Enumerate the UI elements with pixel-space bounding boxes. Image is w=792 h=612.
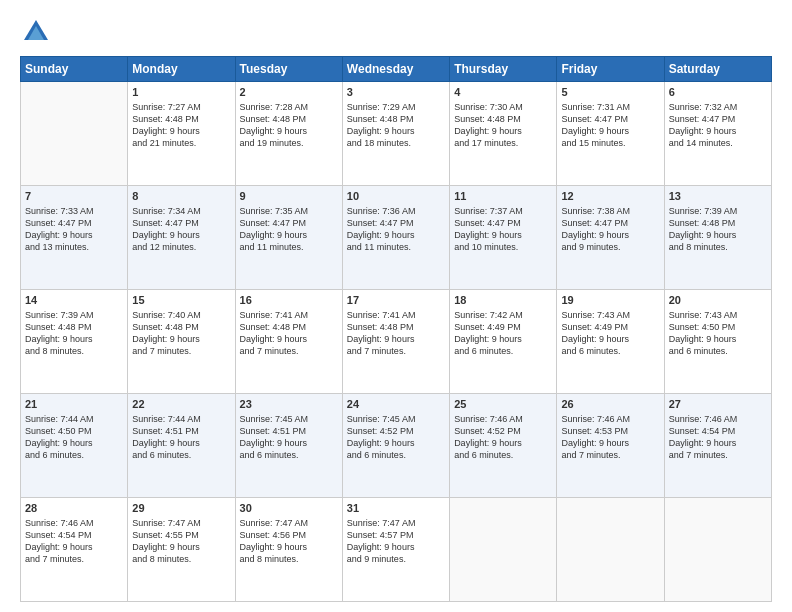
day-info: Sunrise: 7:42 AM Sunset: 4:49 PM Dayligh… [454,309,552,358]
calendar-cell: 10Sunrise: 7:36 AM Sunset: 4:47 PM Dayli… [342,186,449,290]
weekday-header: Friday [557,57,664,82]
weekday-header: Sunday [21,57,128,82]
calendar-cell [21,82,128,186]
day-number: 31 [347,501,445,516]
day-number: 16 [240,293,338,308]
day-info: Sunrise: 7:33 AM Sunset: 4:47 PM Dayligh… [25,205,123,254]
calendar-cell: 8Sunrise: 7:34 AM Sunset: 4:47 PM Daylig… [128,186,235,290]
day-info: Sunrise: 7:38 AM Sunset: 4:47 PM Dayligh… [561,205,659,254]
day-info: Sunrise: 7:36 AM Sunset: 4:47 PM Dayligh… [347,205,445,254]
day-info: Sunrise: 7:37 AM Sunset: 4:47 PM Dayligh… [454,205,552,254]
weekday-header: Tuesday [235,57,342,82]
calendar-cell: 17Sunrise: 7:41 AM Sunset: 4:48 PM Dayli… [342,290,449,394]
day-info: Sunrise: 7:27 AM Sunset: 4:48 PM Dayligh… [132,101,230,150]
calendar-week-row: 14Sunrise: 7:39 AM Sunset: 4:48 PM Dayli… [21,290,772,394]
day-number: 26 [561,397,659,412]
day-number: 3 [347,85,445,100]
day-info: Sunrise: 7:45 AM Sunset: 4:51 PM Dayligh… [240,413,338,462]
calendar-week-row: 28Sunrise: 7:46 AM Sunset: 4:54 PM Dayli… [21,498,772,602]
day-info: Sunrise: 7:31 AM Sunset: 4:47 PM Dayligh… [561,101,659,150]
day-number: 12 [561,189,659,204]
calendar-cell: 29Sunrise: 7:47 AM Sunset: 4:55 PM Dayli… [128,498,235,602]
calendar-week-row: 1Sunrise: 7:27 AM Sunset: 4:48 PM Daylig… [21,82,772,186]
logo [20,18,50,46]
weekday-header: Saturday [664,57,771,82]
day-number: 23 [240,397,338,412]
day-number: 17 [347,293,445,308]
calendar-cell: 20Sunrise: 7:43 AM Sunset: 4:50 PM Dayli… [664,290,771,394]
day-number: 29 [132,501,230,516]
day-number: 6 [669,85,767,100]
day-info: Sunrise: 7:30 AM Sunset: 4:48 PM Dayligh… [454,101,552,150]
day-number: 30 [240,501,338,516]
day-info: Sunrise: 7:47 AM Sunset: 4:55 PM Dayligh… [132,517,230,566]
calendar-cell: 9Sunrise: 7:35 AM Sunset: 4:47 PM Daylig… [235,186,342,290]
day-info: Sunrise: 7:39 AM Sunset: 4:48 PM Dayligh… [25,309,123,358]
day-info: Sunrise: 7:34 AM Sunset: 4:47 PM Dayligh… [132,205,230,254]
calendar-cell: 15Sunrise: 7:40 AM Sunset: 4:48 PM Dayli… [128,290,235,394]
day-number: 19 [561,293,659,308]
day-number: 24 [347,397,445,412]
calendar-cell: 3Sunrise: 7:29 AM Sunset: 4:48 PM Daylig… [342,82,449,186]
calendar-cell: 27Sunrise: 7:46 AM Sunset: 4:54 PM Dayli… [664,394,771,498]
calendar-header-row: SundayMondayTuesdayWednesdayThursdayFrid… [21,57,772,82]
calendar-cell: 28Sunrise: 7:46 AM Sunset: 4:54 PM Dayli… [21,498,128,602]
day-number: 13 [669,189,767,204]
calendar-cell: 19Sunrise: 7:43 AM Sunset: 4:49 PM Dayli… [557,290,664,394]
calendar-week-row: 7Sunrise: 7:33 AM Sunset: 4:47 PM Daylig… [21,186,772,290]
day-number: 18 [454,293,552,308]
calendar-cell: 21Sunrise: 7:44 AM Sunset: 4:50 PM Dayli… [21,394,128,498]
day-info: Sunrise: 7:46 AM Sunset: 4:54 PM Dayligh… [25,517,123,566]
day-info: Sunrise: 7:45 AM Sunset: 4:52 PM Dayligh… [347,413,445,462]
day-number: 10 [347,189,445,204]
day-number: 15 [132,293,230,308]
logo-icon [22,18,50,46]
day-info: Sunrise: 7:44 AM Sunset: 4:51 PM Dayligh… [132,413,230,462]
day-number: 28 [25,501,123,516]
calendar-cell: 5Sunrise: 7:31 AM Sunset: 4:47 PM Daylig… [557,82,664,186]
weekday-header: Monday [128,57,235,82]
calendar-cell: 25Sunrise: 7:46 AM Sunset: 4:52 PM Dayli… [450,394,557,498]
calendar-cell: 26Sunrise: 7:46 AM Sunset: 4:53 PM Dayli… [557,394,664,498]
day-number: 20 [669,293,767,308]
day-info: Sunrise: 7:35 AM Sunset: 4:47 PM Dayligh… [240,205,338,254]
calendar-cell: 13Sunrise: 7:39 AM Sunset: 4:48 PM Dayli… [664,186,771,290]
calendar-cell: 14Sunrise: 7:39 AM Sunset: 4:48 PM Dayli… [21,290,128,394]
day-info: Sunrise: 7:43 AM Sunset: 4:50 PM Dayligh… [669,309,767,358]
calendar-cell: 11Sunrise: 7:37 AM Sunset: 4:47 PM Dayli… [450,186,557,290]
day-info: Sunrise: 7:46 AM Sunset: 4:52 PM Dayligh… [454,413,552,462]
calendar-table: SundayMondayTuesdayWednesdayThursdayFrid… [20,56,772,602]
calendar-cell: 24Sunrise: 7:45 AM Sunset: 4:52 PM Dayli… [342,394,449,498]
day-number: 9 [240,189,338,204]
calendar-week-row: 21Sunrise: 7:44 AM Sunset: 4:50 PM Dayli… [21,394,772,498]
day-number: 1 [132,85,230,100]
day-number: 2 [240,85,338,100]
day-info: Sunrise: 7:44 AM Sunset: 4:50 PM Dayligh… [25,413,123,462]
calendar-cell [557,498,664,602]
day-number: 11 [454,189,552,204]
day-info: Sunrise: 7:28 AM Sunset: 4:48 PM Dayligh… [240,101,338,150]
calendar-cell: 12Sunrise: 7:38 AM Sunset: 4:47 PM Dayli… [557,186,664,290]
day-info: Sunrise: 7:46 AM Sunset: 4:54 PM Dayligh… [669,413,767,462]
day-number: 4 [454,85,552,100]
day-info: Sunrise: 7:41 AM Sunset: 4:48 PM Dayligh… [347,309,445,358]
day-number: 14 [25,293,123,308]
page: SundayMondayTuesdayWednesdayThursdayFrid… [0,0,792,612]
day-number: 25 [454,397,552,412]
calendar-cell: 6Sunrise: 7:32 AM Sunset: 4:47 PM Daylig… [664,82,771,186]
day-info: Sunrise: 7:40 AM Sunset: 4:48 PM Dayligh… [132,309,230,358]
day-info: Sunrise: 7:47 AM Sunset: 4:56 PM Dayligh… [240,517,338,566]
day-number: 8 [132,189,230,204]
calendar-cell: 1Sunrise: 7:27 AM Sunset: 4:48 PM Daylig… [128,82,235,186]
calendar-cell: 2Sunrise: 7:28 AM Sunset: 4:48 PM Daylig… [235,82,342,186]
calendar-cell [664,498,771,602]
day-info: Sunrise: 7:39 AM Sunset: 4:48 PM Dayligh… [669,205,767,254]
calendar-cell: 4Sunrise: 7:30 AM Sunset: 4:48 PM Daylig… [450,82,557,186]
calendar-cell: 7Sunrise: 7:33 AM Sunset: 4:47 PM Daylig… [21,186,128,290]
day-info: Sunrise: 7:32 AM Sunset: 4:47 PM Dayligh… [669,101,767,150]
day-number: 27 [669,397,767,412]
day-info: Sunrise: 7:41 AM Sunset: 4:48 PM Dayligh… [240,309,338,358]
calendar-cell: 16Sunrise: 7:41 AM Sunset: 4:48 PM Dayli… [235,290,342,394]
calendar-cell: 30Sunrise: 7:47 AM Sunset: 4:56 PM Dayli… [235,498,342,602]
header [20,18,772,46]
